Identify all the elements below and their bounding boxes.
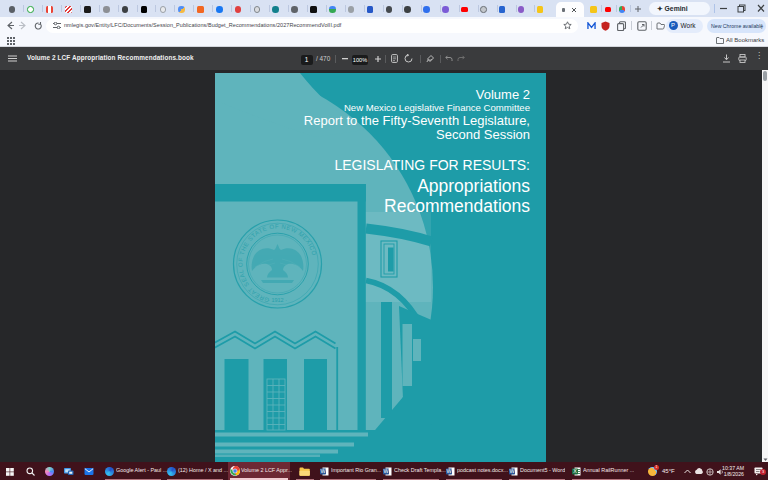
svg-text:Report to the Fifty-Seventh Le: Report to the Fifty-Seventh Legislature, xyxy=(304,113,530,128)
svg-text:X: X xyxy=(573,468,577,474)
svg-text:LEGISLATING FOR RESULTS:: LEGISLATING FOR RESULTS: xyxy=(334,157,530,173)
svg-text:New Mexico Legislative Finance: New Mexico Legislative Finance Committee xyxy=(344,102,530,113)
svg-text:Appropriations: Appropriations xyxy=(417,176,530,196)
svg-text:Volume 2: Volume 2 xyxy=(476,87,530,102)
svg-text:Recommendations: Recommendations xyxy=(384,196,530,216)
svg-text:Second Session: Second Session xyxy=(436,127,530,142)
svg-text:· 1912 ·: · 1912 · xyxy=(268,297,287,303)
